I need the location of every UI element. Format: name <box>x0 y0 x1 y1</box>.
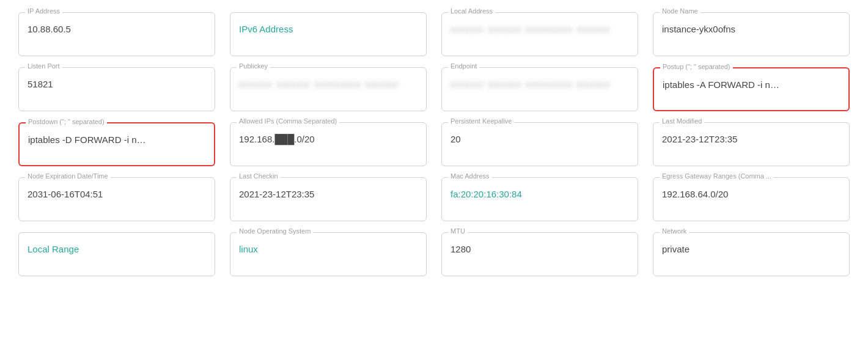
field-value-local-range: Local Range <box>28 244 206 254</box>
field-mac-address[interactable]: Mac Addressfa:20:20:16:30:84 <box>441 177 638 221</box>
field-node-os[interactable]: Node Operating Systemlinux <box>230 232 427 276</box>
field-allowed-ips[interactable]: Allowed IPs (Comma Separated)192.168.███… <box>230 122 427 166</box>
field-persistent-keepalive[interactable]: Persistent Keepalive20 <box>441 122 638 166</box>
field-label-listen-port: Listen Port <box>25 62 62 70</box>
field-label-node-os: Node Operating System <box>237 227 313 235</box>
field-value-last-modified: 2021-23-12T23:35 <box>662 134 840 144</box>
field-value-endpoint: ●●●●● ●●●●● ●●●●●●● ●●●●● <box>451 79 629 89</box>
field-node-expiration[interactable]: Node Expiration Date/Time2031-06-16T04:5… <box>18 177 215 221</box>
field-postdown[interactable]: Postdown ("; " separated)iptables -D FOR… <box>18 122 215 166</box>
field-label-mac-address: Mac Address <box>448 172 492 180</box>
field-last-checkin[interactable]: Last Checkin2021-23-12T23:35 <box>230 177 427 221</box>
field-label-allowed-ips: Allowed IPs (Comma Separated) <box>237 117 339 125</box>
field-value-mtu: 1280 <box>451 244 629 254</box>
field-node-name[interactable]: Node Nameinstance-ykx0ofns <box>653 12 850 56</box>
field-ipv6-address[interactable]: IPv6 Address <box>230 12 427 56</box>
field-egress-gateway-ranges[interactable]: Egress Gateway Ranges (Comma ...192.168.… <box>653 177 850 221</box>
field-label-egress-gateway-ranges: Egress Gateway Ranges (Comma ... <box>660 172 774 180</box>
field-endpoint[interactable]: Endpoint●●●●● ●●●●● ●●●●●●● ●●●●● <box>441 67 638 111</box>
field-value-allowed-ips: 192.168.███.0/20 <box>239 134 417 144</box>
field-label-node-expiration: Node Expiration Date/Time <box>25 172 111 180</box>
field-value-node-name: instance-ykx0ofns <box>662 24 840 34</box>
field-value-last-checkin: 2021-23-12T23:35 <box>239 189 417 199</box>
field-network[interactable]: Networkprivate <box>653 232 850 276</box>
field-ip-address[interactable]: IP Address10.88.60.5 <box>18 12 215 56</box>
field-value-publickey: ●●●●● ●●●●● ●●●●●●● ●●●●● <box>239 79 417 89</box>
field-listen-port[interactable]: Listen Port51821 <box>18 67 215 111</box>
field-publickey[interactable]: Publickey●●●●● ●●●●● ●●●●●●● ●●●●● <box>230 67 427 111</box>
field-value-node-os: linux <box>239 244 417 254</box>
field-label-ip-address: IP Address <box>25 7 62 15</box>
field-label-mtu: MTU <box>448 227 468 235</box>
field-value-postup: iptables -A FORWARD -i n… <box>663 79 840 90</box>
field-label-network: Network <box>660 227 689 235</box>
field-label-postdown: Postdown ("; " separated) <box>26 118 107 125</box>
field-label-last-checkin: Last Checkin <box>237 172 281 180</box>
field-label-node-name: Node Name <box>660 7 701 15</box>
field-label-endpoint: Endpoint <box>448 62 479 70</box>
field-label-postup: Postup ("; " separated) <box>660 63 733 70</box>
field-value-mac-address: fa:20:20:16:30:84 <box>451 189 629 199</box>
field-value-ip-address: 10.88.60.5 <box>28 24 206 34</box>
field-postup[interactable]: Postup ("; " separated)iptables -A FORWA… <box>653 67 850 111</box>
field-value-egress-gateway-ranges: 192.168.64.0/20 <box>662 189 840 199</box>
field-last-modified[interactable]: Last Modified2021-23-12T23:35 <box>653 122 850 166</box>
field-label-persistent-keepalive: Persistent Keepalive <box>448 117 514 125</box>
field-local-range[interactable]: Local Range <box>18 232 215 276</box>
field-value-ipv6-address: IPv6 Address <box>239 24 417 34</box>
field-value-local-address: ●●●●● ●●●●● ●●●●●●● ●●●●● <box>451 24 629 34</box>
field-label-local-address: Local Address <box>448 7 495 15</box>
field-local-address[interactable]: Local Address●●●●● ●●●●● ●●●●●●● ●●●●● <box>441 12 638 56</box>
field-value-postdown: iptables -D FORWARD -i n… <box>28 134 205 145</box>
field-value-persistent-keepalive: 20 <box>451 134 629 144</box>
field-label-last-modified: Last Modified <box>660 117 704 125</box>
field-mtu[interactable]: MTU1280 <box>441 232 638 276</box>
field-value-node-expiration: 2031-06-16T04:51 <box>28 189 206 199</box>
field-value-network: private <box>662 244 840 254</box>
fields-grid: IP Address10.88.60.5IPv6 AddressLocal Ad… <box>18 12 850 276</box>
field-label-publickey: Publickey <box>237 62 270 70</box>
field-value-listen-port: 51821 <box>28 79 206 89</box>
